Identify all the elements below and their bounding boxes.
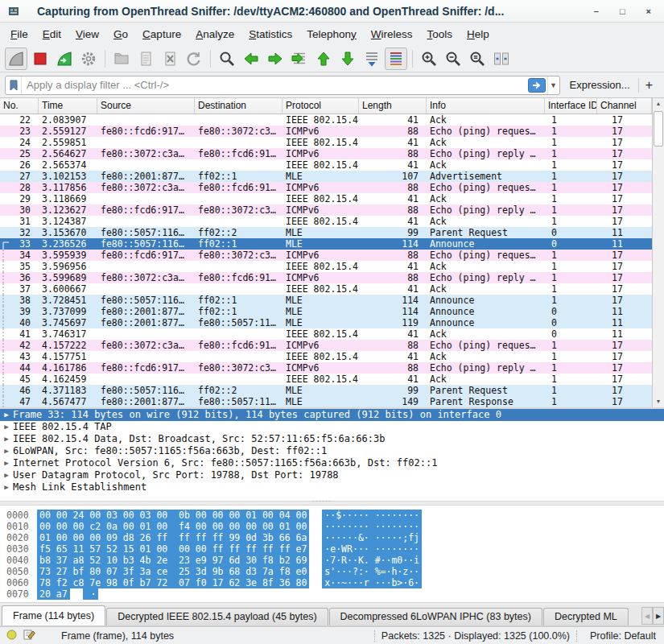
- hex-bytes[interactable]: 01 00 00 00 09 d8 26 ff ff ff ff 99 0d 3…: [37, 532, 309, 543]
- packet-row-27[interactable]: 273.102153fe80::2001:877…ff02::1MLE107Ad…: [0, 171, 664, 182]
- hex-ascii[interactable]: ·7·R··K. #··m0··i: [322, 555, 422, 566]
- next-packet-icon[interactable]: [264, 47, 287, 70]
- byte-tab-2[interactable]: Decompressed 6LoWPAN IPHC (83 bytes): [329, 608, 542, 625]
- bookmark-icon[interactable]: [6, 76, 22, 94]
- byte-tab-0[interactable]: Frame (114 bytes): [2, 605, 105, 625]
- packet-row-46[interactable]: 464.371183fe80::5057:116…ff02::2MLE99Par…: [0, 385, 664, 396]
- column-header-no[interactable]: No.: [0, 98, 39, 114]
- expand-arrow-icon[interactable]: ▶: [0, 409, 13, 421]
- resize-columns-icon[interactable]: [490, 47, 513, 70]
- zoom-reset-icon[interactable]: [466, 47, 489, 70]
- zoom-in-icon[interactable]: [418, 47, 440, 70]
- hex-row-0020[interactable]: 002001 00 00 00 09 d8 26 ff ff ff ff 99 …: [0, 532, 664, 543]
- restart-capture-icon[interactable]: [53, 47, 76, 70]
- packet-row-37[interactable]: 373.600667IEEE 802.15.441Ack117: [0, 283, 664, 295]
- capture-options-icon[interactable]: [77, 47, 100, 70]
- packet-row-45[interactable]: 454.162459IEEE 802.15.441Ack117: [0, 374, 664, 385]
- packet-row-40[interactable]: 403.745697fe80::2001:877…fe80::5057:11…M…: [0, 317, 664, 328]
- reload-icon[interactable]: [183, 47, 205, 70]
- hex-ascii[interactable]: x··~···r ···b>·6·: [322, 577, 422, 588]
- hex-ascii[interactable]: ······&· ·····;fj: [322, 532, 422, 543]
- detail-line-2[interactable]: ▶IEEE 802.15.4 Data, Dst: Broadcast, Src…: [0, 433, 664, 445]
- minimize-icon[interactable]: –: [594, 6, 599, 17]
- hex-bytes[interactable]: 20 a7: [37, 588, 70, 600]
- tab-scroll-left-icon[interactable]: ◀: [641, 607, 653, 625]
- zoom-out-icon[interactable]: [442, 47, 464, 70]
- expand-arrow-icon[interactable]: ▶: [0, 457, 13, 469]
- hex-row-0030[interactable]: 0030f5 65 11 57 52 15 01 00 00 00 ff ff …: [0, 543, 664, 555]
- last-packet-icon[interactable]: [336, 47, 359, 70]
- byte-tab-1[interactable]: Decrypted IEEE 802.15.4 payload (45 byte…: [106, 608, 328, 625]
- expand-arrow-icon[interactable]: ▶: [0, 469, 13, 481]
- column-header-protocol[interactable]: Protocol: [283, 98, 359, 114]
- hex-ascii[interactable]: s'···?:· %=·h·z··: [322, 566, 422, 577]
- menu-go[interactable]: Go: [106, 25, 135, 43]
- menu-telephony[interactable]: Telephony: [299, 25, 364, 43]
- byte-tab-3[interactable]: Decrypted ML: [543, 608, 629, 625]
- menu-wireless[interactable]: Wireless: [364, 25, 420, 43]
- hex-ascii[interactable]: ·: [83, 588, 99, 600]
- packet-row-24[interactable]: 242.559851IEEE 802.15.441Ack117: [0, 137, 664, 148]
- detail-line-0[interactable]: ▶Frame 33: 114 bytes on wire (912 bits),…: [0, 409, 664, 421]
- hex-row-0000[interactable]: 000000 00 24 00 03 00 03 00 0b 00 00 00 …: [0, 510, 664, 521]
- packet-row-34[interactable]: 343.595939fe80::fcd6:917…fe80::3072:c3…I…: [0, 250, 664, 261]
- hex-ascii[interactable]: ··$····· ········: [322, 510, 422, 521]
- menu-help[interactable]: Help: [460, 25, 497, 43]
- column-header-info[interactable]: Info: [427, 98, 545, 114]
- packet-row-44[interactable]: 444.161786fe80::fcd6:917…fe80::3072:c3…I…: [0, 362, 664, 374]
- capture-comment-icon[interactable]: [23, 629, 35, 642]
- menu-file[interactable]: File: [3, 25, 35, 43]
- packet-row-28[interactable]: 283.117856fe80::3072:c3a…fe80::fcd6:91…I…: [0, 182, 664, 193]
- packet-row-47[interactable]: 474.567477fe80::2001:877…fe80::5057:11…M…: [0, 396, 664, 407]
- menu-view[interactable]: View: [68, 25, 106, 43]
- expand-arrow-icon[interactable]: ▶: [0, 421, 13, 433]
- packet-row-25[interactable]: 252.564627fe80::3072:c3a…fe80::fcd6:91…I…: [0, 148, 664, 159]
- expand-arrow-icon[interactable]: ▶: [0, 445, 13, 457]
- expand-arrow-icon[interactable]: ▶: [0, 481, 13, 493]
- close-icon[interactable]: ×: [646, 6, 651, 17]
- open-file-icon[interactable]: [110, 47, 133, 70]
- hex-ascii[interactable]: ·e·WR··· ········: [322, 543, 422, 555]
- packet-row-36[interactable]: 363.599689fe80::3072:c3a…fe80::fcd6:91…I…: [0, 272, 664, 283]
- detail-line-4[interactable]: ▶Internet Protocol Version 6, Src: fe80:…: [0, 457, 664, 469]
- hex-bytes[interactable]: f5 65 11 57 52 15 01 00 00 00 ff ff ff f…: [37, 543, 309, 555]
- hex-row-0010[interactable]: 001000 00 00 c2 0a 00 01 00 f4 00 00 00 …: [0, 521, 664, 532]
- menu-edit[interactable]: Edit: [35, 25, 68, 43]
- splitter-details-bytes[interactable]: [0, 501, 664, 506]
- packet-row-43[interactable]: 434.157751IEEE 802.15.441Ack117: [0, 351, 664, 362]
- packet-row-42[interactable]: 424.157222fe80::3072:c3a…fe80::fcd6:91…I…: [0, 340, 664, 351]
- apply-filter-icon[interactable]: [528, 78, 546, 93]
- save-file-icon[interactable]: [134, 47, 157, 70]
- add-filter-button[interactable]: +: [639, 78, 659, 93]
- packet-row-23[interactable]: 232.559127fe80::fcd6:917…fe80::3072:c3…I…: [0, 126, 664, 137]
- hex-bytes[interactable]: 78 f2 c8 7e 98 0f b7 72 07 f0 17 62 3e 8…: [37, 577, 309, 588]
- go-to-packet-icon[interactable]: [288, 47, 311, 70]
- expression-button[interactable]: Expression...: [560, 79, 638, 91]
- expert-info-icon[interactable]: [6, 630, 17, 642]
- detail-line-6[interactable]: ▶Mesh Link Establishment: [0, 481, 664, 493]
- close-file-icon[interactable]: [159, 47, 181, 70]
- display-filter-input[interactable]: [22, 79, 528, 91]
- first-packet-icon[interactable]: [312, 47, 335, 70]
- menu-tools[interactable]: Tools: [420, 25, 460, 43]
- column-header-length[interactable]: Length: [359, 98, 427, 114]
- start-capture-icon[interactable]: [5, 47, 27, 70]
- column-header-destination[interactable]: Destination: [195, 98, 283, 114]
- packet-row-26[interactable]: 262.565374IEEE 802.15.441Ack117: [0, 159, 664, 171]
- column-header-interface-id[interactable]: Interface ID: [545, 98, 597, 114]
- packet-row-38[interactable]: 383.728451fe80::5057:116…ff02::1MLE114An…: [0, 295, 664, 306]
- detail-line-3[interactable]: ▶6LoWPAN, Src: fe80::5057:1165:f56a:663b…: [0, 445, 664, 457]
- stop-capture-icon[interactable]: [29, 47, 52, 70]
- previous-packet-icon[interactable]: [240, 47, 262, 70]
- hex-row-0050[interactable]: 005073 27 bf 80 07 3f 3a ce 25 3d 9b 68 …: [0, 566, 664, 577]
- hex-row-0060[interactable]: 006078 f2 c8 7e 98 0f b7 72 07 f0 17 62 …: [0, 577, 664, 588]
- packet-row-22[interactable]: 222.083907IEEE 802.15.441Ack117: [0, 114, 664, 126]
- detail-line-1[interactable]: ▶IEEE 802.15.4 TAP: [0, 421, 664, 433]
- packet-row-31[interactable]: 313.124387IEEE 802.15.441Ack117: [0, 216, 664, 227]
- menu-capture[interactable]: Capture: [135, 25, 188, 43]
- hex-row-0040[interactable]: 0040b8 37 a8 52 10 b3 4b 2e 23 e9 97 6d …: [0, 555, 664, 566]
- maximize-icon[interactable]: □: [620, 6, 625, 17]
- hex-row-0070[interactable]: 007020 a7 ·: [0, 588, 664, 600]
- hex-bytes[interactable]: b8 37 a8 52 10 b3 4b 2e 23 e9 97 6d 30 f…: [37, 555, 309, 566]
- menu-statistics[interactable]: Statistics: [241, 25, 299, 43]
